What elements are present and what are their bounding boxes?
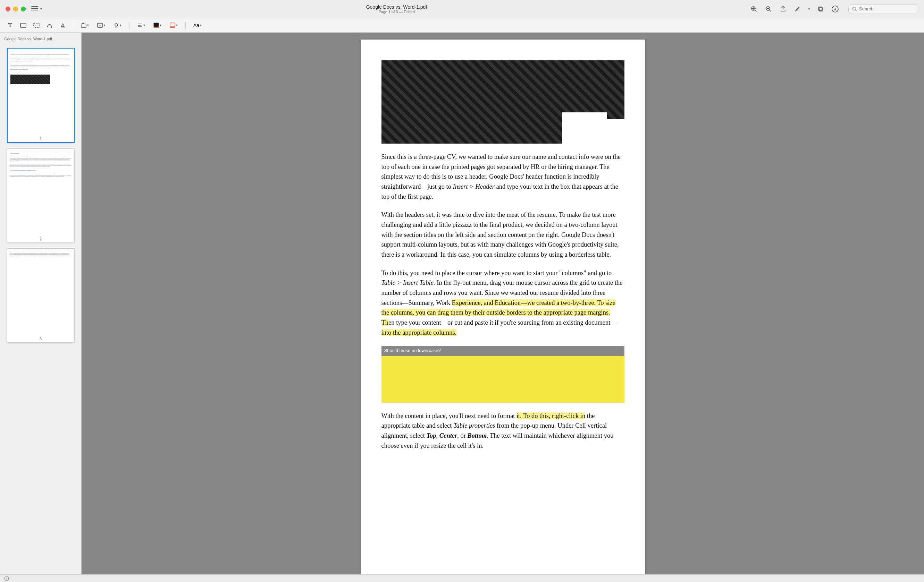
paragraph-1: Since this is a three-page CV, we wanted…: [381, 152, 624, 202]
font-chevron: ▾: [200, 23, 202, 27]
highlighted-text-3: into the appropriate columns.: [381, 329, 457, 336]
stamp-dropdown-chevron: ▾: [120, 23, 122, 27]
page-thumbnail-3[interactable]: To summarize Microsoft's small-but-smart…: [7, 248, 74, 343]
border-color-chevron: ▾: [176, 23, 178, 27]
paragraph-4: With the content in place, you'll next n…: [381, 411, 624, 451]
search-bar[interactable]: [848, 5, 919, 13]
pdf-content: Since this is a three-page CV, we wanted…: [381, 152, 624, 450]
svg-line-5: [769, 10, 771, 12]
document-subtitle: Page 1 of 3 — Edited: [378, 10, 415, 14]
highlighted-text-4: it. To do this, right-click in: [516, 413, 585, 419]
page-thumbnail-1[interactable]: Microsoft Word vs. Google Docs: Which do…: [7, 48, 74, 143]
page-number-1: 1: [8, 135, 74, 142]
select-tool-icon[interactable]: [32, 21, 41, 30]
text-tool-icon[interactable]: T: [5, 21, 15, 30]
svg-line-1: [755, 10, 757, 12]
status-bar: i: [0, 574, 924, 582]
sidebar-toggle-button[interactable]: [31, 6, 38, 12]
pdf-page: Since this is a three-page CV, we wanted…: [361, 39, 645, 575]
paragraph-3: To do this, you need to place the cursor…: [381, 268, 624, 338]
bold-italic-3: Bottom: [467, 432, 487, 439]
textbox-dropdown[interactable]: A ▾: [95, 22, 107, 29]
sidebar-filename: Google Docs vs. Word-1.pdf: [0, 35, 81, 42]
search-input[interactable]: [859, 6, 915, 12]
pdf-sidebar: Google Docs vs. Word-1.pdf Microsoft Wor…: [0, 33, 82, 582]
close-button[interactable]: [5, 7, 10, 12]
title-bar: ▾ Google Docs vs. Word-1.pdf Page 1 of 3…: [0, 0, 924, 18]
info-icon: i: [4, 576, 9, 581]
sticky-note-header: Should these be lowercase?: [381, 346, 624, 355]
svg-rect-25: [170, 27, 175, 28]
svg-rect-15: [81, 24, 86, 27]
document-title: Google Docs vs. Word-1.pdf: [366, 4, 427, 10]
share-icon[interactable]: [779, 5, 787, 13]
markup-chevron-icon[interactable]: ▾: [808, 7, 810, 12]
annotation-toolbar: T ▾ A ▾ ▾ ▾ ▾ ▾: [0, 18, 924, 33]
redacted-image: [381, 60, 624, 144]
markup-icon[interactable]: [794, 5, 802, 13]
pdf-viewer: Since this is a three-page CV, we wanted…: [82, 33, 924, 582]
chevron-down-icon[interactable]: ▾: [40, 7, 42, 11]
textbox-dropdown-chevron: ▾: [104, 23, 105, 27]
zoom-out-icon[interactable]: [764, 5, 773, 13]
minimize-button[interactable]: [13, 7, 18, 12]
fill-color-dropdown[interactable]: ▾: [151, 22, 163, 29]
svg-rect-22: [154, 23, 158, 27]
align-dropdown-chevron: ▾: [144, 23, 145, 27]
traffic-lights: [5, 7, 26, 12]
stamp-dropdown[interactable]: ▾: [111, 22, 124, 29]
maximize-button[interactable]: [21, 7, 26, 12]
page-1-preview: Microsoft Word vs. Google Docs: Which do…: [8, 49, 74, 135]
border-color-dropdown[interactable]: ▾: [168, 22, 180, 29]
page-number-2: 2: [7, 235, 74, 242]
bold-italic-1: Top: [426, 432, 436, 439]
duplicate-icon[interactable]: [817, 5, 825, 13]
page-number-3: 3: [7, 335, 74, 342]
align-dropdown[interactable]: ▾: [135, 22, 147, 29]
accessibility-icon[interactable]: A: [831, 5, 839, 13]
toolbar-separator: [73, 21, 73, 29]
document-title-section: Google Docs vs. Word-1.pdf Page 1 of 3 —…: [43, 4, 750, 14]
svg-line-12: [855, 10, 857, 11]
bold-italic-2: Center: [439, 432, 457, 439]
zoom-in-icon[interactable]: [750, 5, 758, 13]
font-dropdown[interactable]: Aa ▾: [191, 22, 204, 29]
svg-rect-24: [170, 23, 175, 27]
rectangle-tool-icon[interactable]: [19, 21, 28, 30]
title-bar-icons: ▾ A: [750, 5, 919, 13]
svg-text:i: i: [6, 577, 7, 580]
italic-text-1: Insert > Header: [453, 183, 495, 190]
paragraph-2: With the headers set, it was time to div…: [381, 210, 624, 260]
fill-color-chevron: ▾: [160, 23, 162, 27]
svg-text:A: A: [834, 7, 837, 11]
highlight-tool-icon[interactable]: [58, 21, 67, 30]
svg-text:A: A: [99, 24, 101, 27]
freehand-tool-icon[interactable]: [45, 21, 54, 30]
page-thumbnail-2[interactable]: From the Table properties menu, you can …: [7, 148, 74, 243]
page-3-preview: To summarize Microsoft's small-but-smart…: [7, 249, 74, 335]
svg-rect-13: [20, 23, 26, 27]
page-2-preview: From the Table properties menu, you can …: [7, 149, 74, 235]
italic-text-3: Table properties: [453, 422, 495, 429]
main-area: Google Docs vs. Word-1.pdf Microsoft Wor…: [0, 33, 924, 582]
italic-text-2: Table > Insert Table.: [381, 279, 435, 286]
toolbar-separator-3: [185, 21, 186, 29]
shape-dropdown[interactable]: ▾: [79, 22, 91, 29]
shape-dropdown-chevron: ▾: [87, 23, 89, 27]
sticky-note-body: [381, 356, 624, 403]
svg-point-18: [115, 24, 118, 26]
svg-rect-23: [154, 27, 158, 28]
svg-rect-14: [34, 23, 39, 27]
